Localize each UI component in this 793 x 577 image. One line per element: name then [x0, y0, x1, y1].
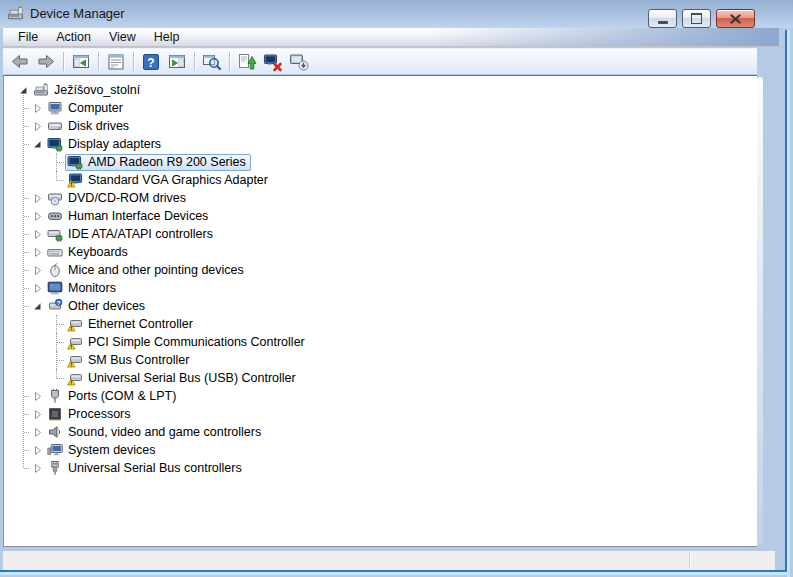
- unknown-device-warning-icon: [67, 352, 83, 368]
- tree-indent: [4, 324, 47, 325]
- expand-arrow-icon[interactable]: [29, 208, 45, 224]
- tree-item-content[interactable]: Sound, video and game controllers: [45, 424, 266, 441]
- tree-item[interactable]: Disk drives: [4, 117, 757, 135]
- forward-icon[interactable]: [34, 51, 58, 73]
- tree-item[interactable]: Universal Serial Bus controllers: [4, 459, 757, 477]
- tree-item[interactable]: IDE ATA/ATAPI controllers: [4, 225, 757, 243]
- expand-arrow-icon[interactable]: [29, 226, 45, 242]
- tree-item-content[interactable]: PCI Simple Communications Controller: [65, 334, 310, 351]
- tree-item-content[interactable]: Computer: [45, 100, 128, 117]
- computer-icon: [47, 100, 63, 116]
- tree-item-content[interactable]: Display adapters: [45, 136, 166, 153]
- mouse-icon: [47, 262, 63, 278]
- help-icon[interactable]: ?: [139, 51, 163, 73]
- menu-view[interactable]: View: [100, 28, 145, 46]
- toolbar-separator: [98, 52, 99, 71]
- tree-item-label: Monitors: [68, 281, 117, 295]
- tree-item-label: PCI Simple Communications Controller: [88, 335, 306, 349]
- show-console-tree-icon[interactable]: [69, 51, 93, 73]
- tree-item-content[interactable]: SM Bus Controller: [65, 352, 194, 369]
- dvd-drive-icon: [47, 190, 63, 206]
- expand-arrow-icon[interactable]: [29, 190, 45, 206]
- menu-action[interactable]: Action: [47, 28, 100, 46]
- tree-item[interactable]: SM Bus Controller: [4, 351, 757, 369]
- tree-item-content[interactable]: Ports (COM & LPT): [45, 388, 181, 405]
- tree-item[interactable]: Ethernet Controller: [4, 315, 757, 333]
- tree-item-content[interactable]: Human Interface Devices: [45, 208, 213, 225]
- expand-arrow-icon[interactable]: [29, 388, 45, 404]
- tree-item[interactable]: AMD Radeon R9 200 Series: [4, 153, 757, 171]
- collapse-arrow-icon[interactable]: [29, 136, 45, 152]
- tree-item[interactable]: Keyboards: [4, 243, 757, 261]
- expand-arrow-icon[interactable]: [29, 460, 45, 476]
- tree-item[interactable]: Standard VGA Graphics Adapter: [4, 171, 757, 189]
- restore-icon: [691, 13, 702, 24]
- menu-help[interactable]: Help: [145, 28, 189, 46]
- titlebar[interactable]: Device Manager: [0, 0, 793, 28]
- tree-item-content[interactable]: Standard VGA Graphics Adapter: [65, 172, 273, 189]
- tree-item[interactable]: DVD/CD-ROM drives: [4, 189, 757, 207]
- processor-icon: [47, 406, 63, 422]
- tree-item[interactable]: PCI Simple Communications Controller: [4, 333, 757, 351]
- tree-item-content[interactable]: Universal Serial Bus controllers: [45, 460, 247, 477]
- scan-plug-play-icon[interactable]: [287, 51, 311, 73]
- tree-item-label: Standard VGA Graphics Adapter: [88, 173, 269, 187]
- maximize-button[interactable]: [682, 9, 711, 28]
- update-driver-icon[interactable]: [235, 51, 259, 73]
- properties-icon[interactable]: [104, 51, 128, 73]
- expand-arrow-icon[interactable]: [29, 406, 45, 422]
- tree-item[interactable]: Ports (COM & LPT): [4, 387, 757, 405]
- window-title: Device Manager: [30, 6, 125, 21]
- tree-item-content[interactable]: Mice and other pointing devices: [45, 262, 249, 279]
- tree-item[interactable]: Computer: [4, 99, 757, 117]
- tree-item-content[interactable]: DVD/CD-ROM drives: [45, 190, 191, 207]
- tree-indent: [4, 450, 29, 451]
- tree-item[interactable]: Display adapters: [4, 135, 757, 153]
- tree-item[interactable]: Universal Serial Bus (USB) Controller: [4, 369, 757, 387]
- tree-item[interactable]: Mice and other pointing devices: [4, 261, 757, 279]
- tree-item-content[interactable]: Universal Serial Bus (USB) Controller: [65, 370, 301, 387]
- tree-item-content[interactable]: Processors: [45, 406, 136, 423]
- tree-item[interactable]: Ježíšovo_stolní: [4, 81, 757, 99]
- menu-file[interactable]: File: [9, 28, 47, 46]
- scan-hardware-changes-icon[interactable]: [200, 51, 224, 73]
- tree-item-content[interactable]: Keyboards: [45, 244, 133, 261]
- collapse-arrow-icon[interactable]: [15, 82, 31, 98]
- tree-item[interactable]: ?Other devices: [4, 297, 757, 315]
- expand-arrow-icon[interactable]: [29, 262, 45, 278]
- tree-indent: [4, 234, 29, 235]
- expand-arrow-icon[interactable]: [29, 100, 45, 116]
- tree-item-content[interactable]: System devices: [45, 442, 161, 459]
- tree-item[interactable]: Monitors: [4, 279, 757, 297]
- show-action-pane-icon[interactable]: [165, 51, 189, 73]
- unknown-device-warning-icon: [67, 370, 83, 386]
- uninstall-device-icon[interactable]: [261, 51, 285, 73]
- device-manager-icon: [7, 5, 24, 22]
- tree-item[interactable]: System devices: [4, 441, 757, 459]
- tree-indent: [4, 144, 29, 145]
- minimize-button[interactable]: [648, 9, 677, 28]
- tree-item-content[interactable]: Ježíšovo_stolní: [31, 82, 145, 99]
- close-button[interactable]: [716, 9, 755, 28]
- expand-arrow-icon[interactable]: [29, 118, 45, 134]
- toolbar-separator: [63, 52, 64, 71]
- tree-item-content[interactable]: Monitors: [45, 280, 121, 297]
- toolbar-separator: [133, 52, 134, 71]
- tree-indent: [4, 126, 29, 127]
- system-devices-icon: [47, 442, 63, 458]
- tree-item-content[interactable]: Ethernet Controller: [65, 316, 198, 333]
- caption-buttons: [648, 9, 755, 28]
- tree-item-content[interactable]: Disk drives: [45, 118, 134, 135]
- tree-item[interactable]: Sound, video and game controllers: [4, 423, 757, 441]
- tree-item-content[interactable]: IDE ATA/ATAPI controllers: [45, 226, 218, 243]
- back-icon[interactable]: [8, 51, 32, 73]
- expand-arrow-icon[interactable]: [29, 244, 45, 260]
- expand-arrow-icon[interactable]: [29, 280, 45, 296]
- tree-item[interactable]: Human Interface Devices: [4, 207, 757, 225]
- collapse-arrow-icon[interactable]: [29, 298, 45, 314]
- tree-item-content[interactable]: AMD Radeon R9 200 Series: [65, 154, 251, 171]
- expand-arrow-icon[interactable]: [29, 424, 45, 440]
- tree-item[interactable]: Processors: [4, 405, 757, 423]
- tree-item-content[interactable]: ?Other devices: [45, 298, 150, 315]
- expand-arrow-icon[interactable]: [29, 442, 45, 458]
